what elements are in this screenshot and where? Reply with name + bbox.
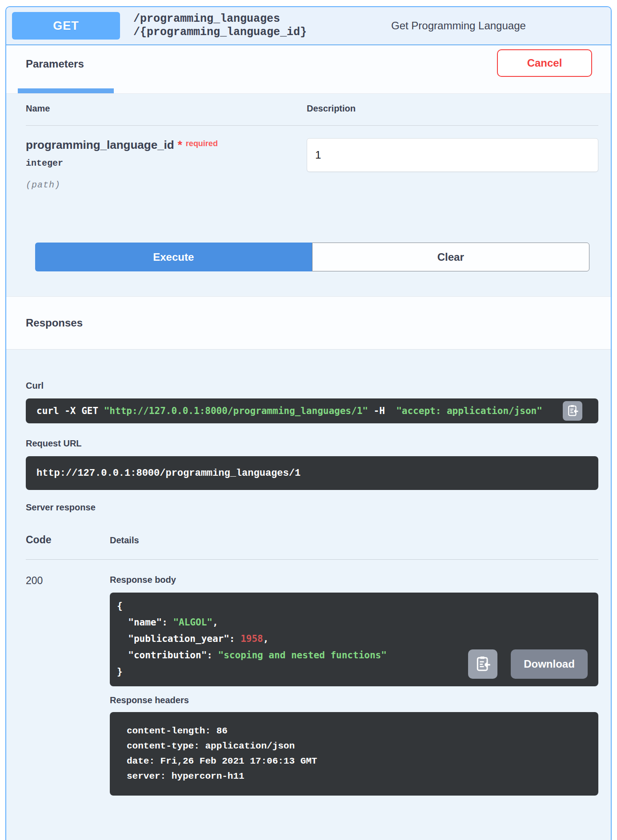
response-details-cell: Response body { "name": "ALGOL", "public… [110,575,598,796]
response-body-label: Response body [110,575,598,585]
execute-clear-row: Execute Clear [35,243,589,271]
responses-title: Responses [26,317,83,329]
operation-panel: GET /programming_languages /{programming… [5,6,612,840]
response-body-block: { "name": "ALGOL", "publication_year": 1… [110,593,598,686]
active-tab-underline [18,88,114,93]
operation-header[interactable]: GET /programming_languages /{programming… [6,7,611,45]
parameter-name-cell: programming_language_id*required integer… [26,138,307,190]
response-headers-block: content-length: 86content-type: applicat… [110,712,598,796]
required-label: required [186,139,218,148]
parameters-table-header: Name Description [26,94,598,126]
parameter-name: programming_language_id*required [26,138,307,152]
endpoint-path: /programming_languages /{programming_lan… [133,12,307,39]
parameter-name-text: programming_language_id [26,138,174,151]
server-response-row: 200 Response body { "name": "ALGOL", "pu… [26,560,598,796]
execute-button[interactable]: Execute [35,243,312,271]
request-url-label: Request URL [26,438,598,449]
parameters-body: Name Description programming_language_id… [6,94,611,296]
copy-response-body-button[interactable] [468,649,497,679]
name-column-header: Name [26,104,307,125]
cancel-button[interactable]: Cancel [497,49,592,77]
copy-to-clipboard-icon [566,404,579,418]
parameter-location: (path) [26,180,307,190]
code-column-header: Code [26,534,110,546]
endpoint-path-line1: /programming_languages [133,12,307,26]
parameter-row: programming_language_id*required integer… [26,126,598,190]
parameter-description-cell [307,138,598,190]
clear-button[interactable]: Clear [312,243,590,271]
spacer [26,271,598,296]
copy-to-clipboard-icon [474,655,492,674]
copy-to-clipboard-button[interactable] [563,401,582,421]
endpoint-summary: Get Programming Language [391,20,526,32]
request-url-block: http://127.0.0.1:8000/programming_langua… [26,456,598,490]
curl-label: Curl [26,381,598,391]
responses-section-header: Responses [6,296,611,350]
server-response-label: Server response [26,502,598,513]
download-button[interactable]: Download [511,649,588,679]
parameters-title: Parameters [26,58,84,70]
endpoint-path-line2: /{programming_language_id} [133,26,307,39]
curl-command-block: curl -X GET "http://127.0.0.1:8000/progr… [26,398,598,423]
parameters-section-header: Parameters Cancel [6,45,611,94]
method-badge: GET [12,12,120,40]
parameter-value-input[interactable] [307,138,598,172]
status-code: 200 [26,575,110,796]
server-response-table-header: Code Details [26,534,598,560]
response-headers-text: content-length: 86content-type: applicat… [127,724,581,784]
request-url-text: http://127.0.0.1:8000/programming_langua… [36,468,300,479]
details-column-header: Details [110,534,598,546]
required-asterisk: * [178,138,182,151]
description-column-header: Description [307,104,598,125]
parameter-type: integer [26,158,307,168]
curl-command-text: curl -X GET "http://127.0.0.1:8000/progr… [36,406,542,416]
response-headers-label: Response headers [110,695,598,705]
responses-body: Curl curl -X GET "http://127.0.0.1:8000/… [6,350,611,813]
